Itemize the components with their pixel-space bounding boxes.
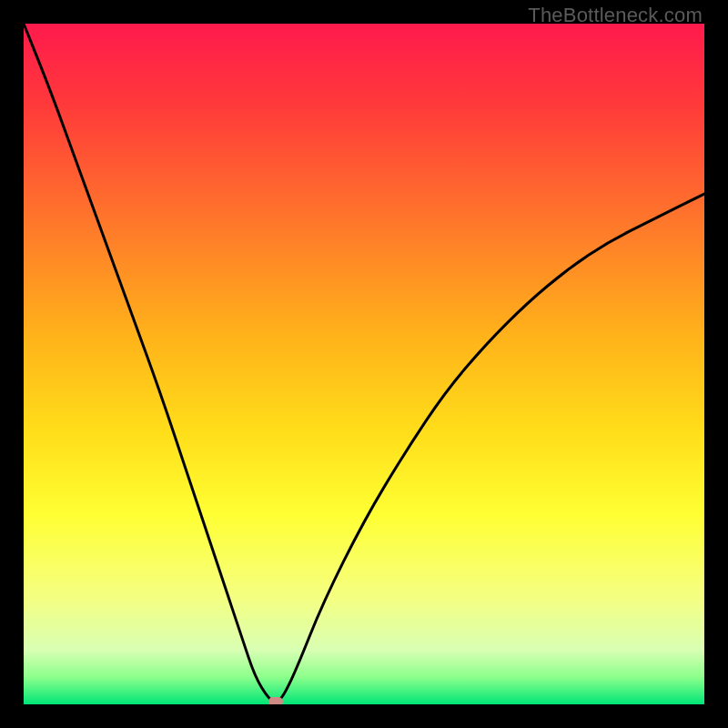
chart-frame: TheBottleneck.com <box>0 0 728 728</box>
plot-area <box>24 24 704 704</box>
optimal-point-marker <box>268 697 283 704</box>
curve-path <box>24 24 704 701</box>
bottleneck-curve <box>24 24 704 704</box>
watermark-label: TheBottleneck.com <box>528 4 703 27</box>
